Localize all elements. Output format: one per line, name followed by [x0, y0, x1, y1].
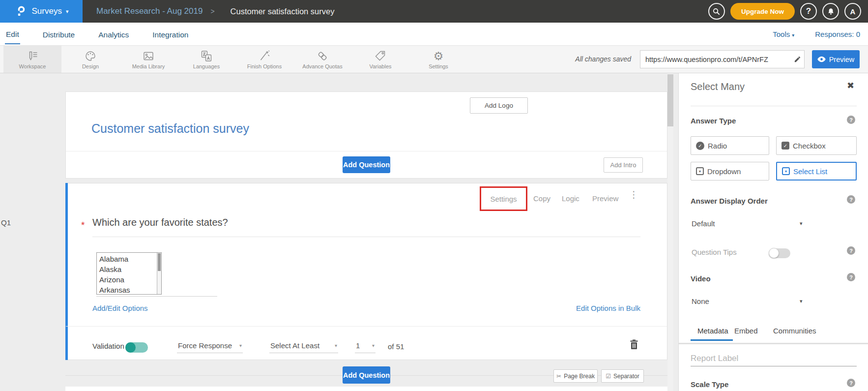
chevron-down-icon[interactable]: ▾ [800, 220, 803, 227]
radio-check-icon: ✓ [696, 142, 704, 150]
validation-rule-dropdown[interactable]: Force Response ▾ [177, 341, 243, 353]
toolbar-finish-options[interactable]: Finish Options [235, 46, 293, 73]
add-question-button-top[interactable]: Add Question [343, 156, 390, 173]
toolbar-settings[interactable]: ⚙ Settings [409, 46, 467, 73]
edit-url-button[interactable] [790, 56, 804, 63]
eye-icon [817, 56, 826, 62]
question-card: Settings Copy Logic Preview ⋮ * Which ar… [65, 183, 667, 360]
survey-header-card: Add Logo Customer satisfaction survey Ad… [65, 91, 667, 179]
notifications-button[interactable] [822, 3, 839, 20]
add-logo-button[interactable]: Add Logo [470, 97, 528, 114]
question-preview-action[interactable]: Preview [592, 194, 618, 203]
tab-distribute[interactable]: Distribute [42, 24, 76, 44]
toolbar-media-library[interactable]: Media Library [119, 46, 177, 73]
responses-count[interactable]: Responses: 0 [815, 30, 860, 38]
list-scrollbar-thumb[interactable] [158, 253, 161, 271]
list-item[interactable]: Alabama [99, 254, 161, 264]
search-button[interactable] [708, 3, 725, 20]
add-edit-options-link[interactable]: Add/Edit Options [92, 304, 148, 312]
divider [66, 326, 667, 327]
help-icon[interactable]: ? [847, 116, 855, 124]
answer-type-select-list[interactable]: ▼ Select List [776, 162, 857, 180]
answer-type-label-text: Checkbox [793, 142, 826, 150]
video-select[interactable]: None [692, 297, 709, 305]
tab-analytics[interactable]: Analytics [97, 24, 130, 44]
delete-question-button[interactable] [629, 339, 639, 352]
panel-tab-metadata[interactable]: Metadata [697, 327, 728, 335]
account-avatar[interactable]: A [844, 3, 861, 20]
editor-canvas: Q1 Add Logo Customer satisfaction survey… [0, 73, 868, 391]
toolbar-label: Settings [429, 63, 448, 69]
answer-type-radio[interactable]: ✓ Radio [691, 136, 769, 155]
upgrade-now-button[interactable]: Upgrade Now [730, 3, 795, 20]
preview-label: Preview [829, 56, 855, 63]
list-scrollbar[interactable] [157, 253, 161, 294]
edit-options-bulk-link[interactable]: Edit Options in Bulk [576, 304, 640, 312]
toolbar-languages[interactable]: Languages [177, 46, 235, 73]
help-button[interactable]: ? [800, 3, 817, 20]
survey-url-input[interactable] [640, 56, 790, 63]
survey-title[interactable]: Customer satisfaction survey [91, 121, 249, 136]
tab-edit[interactable]: Edit [5, 24, 20, 44]
help-icon[interactable]: ? [847, 246, 855, 255]
chevron-down-icon: ▾ [372, 343, 375, 348]
chain-links-icon [316, 50, 329, 62]
breadcrumb-folder[interactable]: Market Research - Aug 2019 [96, 6, 203, 16]
help-icon[interactable]: ? [847, 273, 855, 281]
toolbar-variables[interactable]: Variables [351, 46, 409, 73]
question-tips-label: Question Tips [692, 248, 737, 256]
panel-tab-embed[interactable]: Embed [734, 327, 758, 335]
main-scrollbar-thumb[interactable] [667, 74, 673, 126]
chevron-down-icon: ▾ [66, 8, 69, 15]
close-icon[interactable]: ✖ [847, 80, 854, 90]
answer-type-checkbox[interactable]: ✓ Checkbox [776, 136, 857, 155]
list-item[interactable]: Arizona [99, 274, 161, 285]
answer-type-label-text: Select List [793, 167, 827, 176]
validation-condition-dropdown[interactable]: Select At Least ▾ [269, 341, 338, 353]
toolbar-label: Variables [369, 63, 391, 69]
answer-type-label: Answer Type [691, 117, 736, 125]
toolbar-label: Advance Quotas [302, 63, 342, 69]
chevron-down-icon: ▾ [792, 32, 794, 38]
tab-integration[interactable]: Integration [151, 24, 189, 44]
help-icon[interactable]: ? [847, 195, 855, 204]
scale-type-label: Scale Type [691, 380, 728, 389]
add-question-button-bottom[interactable]: Add Question [343, 366, 390, 384]
toolbar-design[interactable]: Design [61, 46, 119, 73]
display-order-select[interactable]: Default [692, 219, 715, 228]
separator-button[interactable]: ☑ Separator [601, 369, 644, 383]
list-item[interactable]: Alaska [99, 264, 161, 274]
toolbar-advance-quotas[interactable]: Advance Quotas [293, 46, 351, 73]
validation-of-total: of 51 [388, 342, 404, 351]
help-icon[interactable]: ? [847, 379, 855, 387]
magic-wand-icon [258, 50, 271, 62]
preview-button[interactable]: Preview [812, 50, 860, 68]
toolbar-label: Media Library [132, 63, 165, 69]
add-intro-button[interactable]: Add Intro [604, 157, 643, 173]
chevron-down-icon[interactable]: ▾ [800, 298, 803, 304]
panel-tab-communities[interactable]: Communities [773, 327, 816, 335]
list-item[interactable]: Arkansas [99, 285, 161, 295]
toolbar-workspace[interactable]: Workspace [3, 46, 61, 73]
answer-type-dropdown[interactable]: ▼ Dropdown [691, 162, 769, 180]
question-settings-action[interactable]: Settings [490, 195, 517, 203]
answer-type-label-text: Dropdown [707, 167, 741, 176]
tools-menu[interactable]: Tools▾ [773, 30, 794, 38]
surveys-menu[interactable]: Surveys ▾ [0, 0, 83, 23]
question-settings-panel: Select Many ✖ Answer Type ? ✓ Radio ✓ Ch… [678, 73, 868, 391]
question-tips-toggle[interactable] [769, 248, 790, 258]
tag-icon [374, 50, 387, 62]
report-label-input[interactable] [691, 351, 857, 366]
toggle-knob [769, 248, 779, 258]
question-copy-action[interactable]: Copy [533, 194, 550, 203]
page-break-button[interactable]: ✂ Page Break [553, 369, 598, 383]
question-text[interactable]: Which are your favorite states? [92, 217, 228, 228]
validation-rule-value: Force Response [178, 341, 232, 350]
question-logic-action[interactable]: Logic [562, 194, 579, 203]
kebab-menu-icon[interactable]: ⋮ [629, 190, 638, 199]
answer-select-list[interactable]: Alabama Alaska Arizona Arkansas [96, 252, 162, 295]
active-tab-underline [691, 339, 733, 341]
palette-icon [84, 50, 97, 62]
validation-count-dropdown[interactable]: 1 ▾ [355, 341, 376, 353]
validation-toggle[interactable] [125, 342, 148, 353]
